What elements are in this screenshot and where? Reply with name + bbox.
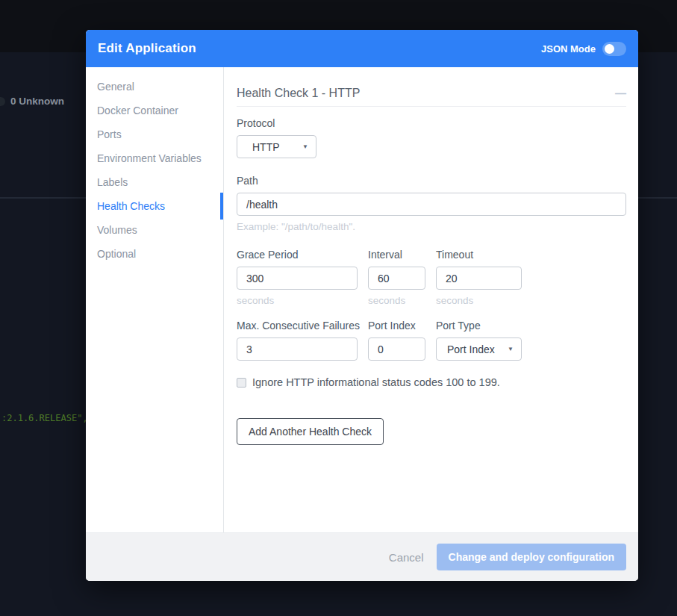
modal-title: Edit Application	[98, 41, 196, 56]
port-index-input[interactable]	[368, 337, 425, 361]
sidebar-item-docker-container[interactable]: Docker Container	[86, 99, 223, 122]
grace-period-label: Grace Period	[237, 249, 358, 261]
sidebar-item-general[interactable]: General	[86, 75, 223, 99]
interval-input[interactable]	[368, 267, 425, 290]
unknown-status-count: 0 Unknown	[10, 96, 64, 107]
max-consecutive-failures-input[interactable]	[237, 337, 358, 361]
modal-body: General Docker Container Ports Environme…	[86, 67, 638, 532]
protocol-label: Protocol	[237, 117, 626, 129]
chevron-down-icon: ▼	[302, 143, 308, 150]
modal-sidebar: General Docker Container Ports Environme…	[86, 67, 224, 532]
interval-label: Interval	[368, 249, 425, 261]
ignore-informational-codes-label: Ignore HTTP informational status codes 1…	[252, 376, 500, 388]
port-type-select-value: Port Index	[447, 343, 495, 355]
sidebar-item-ports[interactable]: Ports	[86, 122, 223, 146]
sidebar-item-health-checks[interactable]: Health Checks	[86, 194, 223, 218]
protocol-select[interactable]: HTTP ▼	[237, 135, 316, 158]
sidebar-item-volumes[interactable]: Volumes	[86, 218, 223, 242]
path-help-text: Example: "/path/to/health".	[237, 221, 626, 232]
chevron-down-icon: ▼	[508, 346, 514, 352]
sidebar-item-environment-variables[interactable]: Environment Variables	[86, 146, 223, 170]
port-index-label: Port Index	[368, 320, 425, 332]
status-dot-icon	[0, 97, 5, 106]
health-check-section-title: Health Check 1 - HTTP	[237, 87, 360, 100]
sidebar-item-labels[interactable]: Labels	[86, 170, 223, 194]
protocol-select-value: HTTP	[252, 141, 280, 153]
modal-footer: Cancel Change and deploy configuration	[86, 532, 638, 581]
change-and-deploy-button[interactable]: Change and deploy configuration	[437, 544, 626, 570]
port-type-label: Port Type	[436, 320, 522, 332]
json-mode-label: JSON Mode	[541, 43, 596, 55]
cancel-button[interactable]: Cancel	[389, 551, 424, 564]
add-another-health-check-button[interactable]: Add Another Health Check	[237, 418, 384, 445]
collapse-section-icon[interactable]: —	[615, 90, 626, 97]
port-type-select[interactable]: Port Index ▼	[436, 337, 522, 361]
json-mode-toggle[interactable]	[602, 42, 626, 56]
max-consecutive-failures-label: Max. Consecutive Failures	[237, 320, 358, 332]
path-input[interactable]	[237, 193, 626, 216]
health-check-section-header: Health Check 1 - HTTP —	[237, 87, 626, 107]
sidebar-item-optional[interactable]: Optional	[86, 242, 223, 266]
grace-period-unit: seconds	[237, 295, 358, 306]
path-label: Path	[237, 175, 626, 187]
edit-application-modal: Edit Application JSON Mode General Docke…	[86, 30, 638, 581]
interval-unit: seconds	[368, 295, 425, 306]
modal-header: Edit Application JSON Mode	[86, 30, 638, 67]
timeout-input[interactable]	[436, 267, 522, 290]
background-code-text: :2.1.6.RELEASE",	[1, 413, 88, 423]
toggle-knob-icon	[605, 44, 614, 54]
ignore-informational-codes-row: Ignore HTTP informational status codes 1…	[237, 376, 626, 388]
timeout-label: Timeout	[436, 249, 522, 261]
grace-period-input[interactable]	[237, 267, 358, 290]
health-checks-panel: Health Check 1 - HTTP — Protocol HTTP ▼ …	[224, 67, 638, 532]
ignore-informational-codes-checkbox[interactable]	[237, 378, 246, 388]
timeout-unit: seconds	[436, 295, 522, 306]
